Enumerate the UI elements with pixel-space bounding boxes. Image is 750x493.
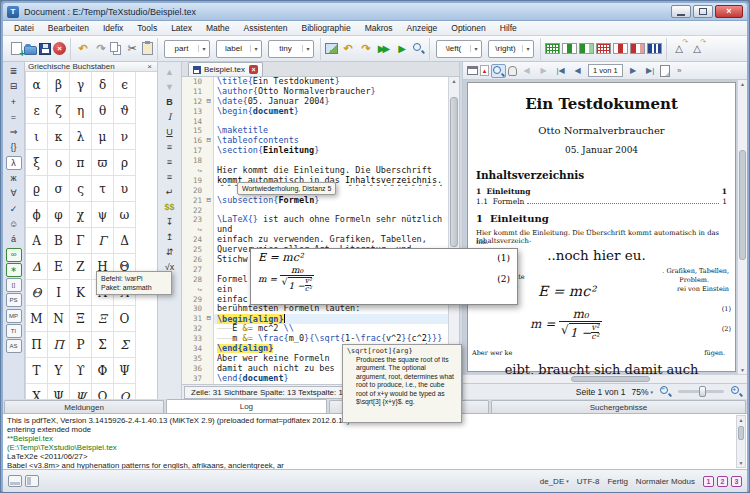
add-column-icon[interactable] — [562, 43, 577, 54]
code-line[interactable]: \date{05. Januar 2004} — [214, 97, 330, 107]
scroll-down-icon[interactable]: ▼ — [161, 80, 179, 93]
pdf-scrollbar[interactable]: ▲ ▼ — [737, 80, 747, 374]
magnifier-tool-icon[interactable] — [491, 64, 506, 78]
detach-preview-icon[interactable] — [467, 66, 478, 75]
code-row[interactable]: 16⊟\tableofcontents — [182, 136, 448, 146]
infinity-symbols-icon[interactable]: ∞ — [6, 248, 22, 262]
undo-icon[interactable]: ↶ — [75, 41, 91, 57]
symbol-cell[interactable]: Z — [70, 254, 92, 280]
align-center-icon[interactable]: ≡ — [161, 155, 179, 168]
symbol-cell[interactable]: Ξ — [92, 306, 114, 332]
symbol-cell[interactable]: λ — [70, 124, 92, 150]
menu-hilfe[interactable]: Hilfe — [493, 22, 524, 34]
code-line[interactable] — [214, 206, 217, 216]
menu-makros[interactable]: Makros — [358, 22, 400, 34]
symbol-cell[interactable]: Ξ — [70, 306, 92, 332]
copy-icon[interactable] — [110, 42, 118, 52]
cyrillic-icon[interactable]: ж — [6, 171, 22, 185]
symbol-cell[interactable]: Σ — [114, 332, 136, 358]
operators-icon[interactable]: + — [6, 95, 22, 109]
underline-icon[interactable]: U — [161, 125, 179, 138]
code-line[interactable]: \maketitle — [214, 126, 268, 136]
symbol-cell[interactable]: φ — [48, 202, 70, 228]
code-row[interactable]: 33———m &= \frac{m_0}{\sqrt{1-\frac{v^2}{… — [182, 334, 448, 344]
page-number-field[interactable]: 1 von 1 — [588, 64, 623, 77]
code-row[interactable]: 21⊟\subsection{Formeln} — [182, 196, 448, 206]
symbol-cell[interactable]: π — [70, 150, 92, 176]
symbol-cell[interactable]: ς — [70, 176, 92, 202]
code-line[interactable]: Aber wer keine Formeln — [214, 354, 330, 364]
brackets-icon[interactable]: [] — [6, 278, 22, 292]
symbol-cell[interactable]: α — [26, 72, 48, 98]
greek-letters-icon[interactable]: λ — [6, 156, 22, 170]
code-line[interactable]: ein — [214, 285, 232, 295]
hand-tool-icon[interactable] — [508, 66, 517, 76]
last-page-icon[interactable]: ▶| — [643, 64, 658, 78]
acrobat-icon[interactable]: ▴ — [480, 65, 489, 76]
code-line[interactable]: Formel — [214, 275, 248, 285]
symbol-cell[interactable]: P — [70, 332, 92, 358]
symbol-cell[interactable]: ϖ — [92, 150, 114, 176]
code-line[interactable]: ———m &= \frac{m_0}{\sqrt{1-\frac{v^2}{c^… — [214, 334, 442, 344]
code-row[interactable]: 22 — [182, 206, 448, 216]
scroll-up-arrow-icon[interactable]: ▲ — [737, 416, 745, 424]
subscript-icon[interactable]: ⇵ — [161, 245, 179, 258]
symbol-cell[interactable]: Φ — [92, 358, 114, 384]
code-row[interactable]: 31⊟\begin{align} — [182, 314, 448, 324]
close-panel-icon[interactable]: × — [145, 62, 154, 71]
scroll-up-arrow-icon[interactable]: ▲ — [449, 77, 459, 86]
scroll-up-icon[interactable]: ▲ — [161, 65, 179, 78]
inline-math-icon[interactable]: $$ — [161, 200, 179, 213]
log-scrollbar[interactable]: ▲ ▼ — [736, 415, 746, 468]
code-row[interactable]: 23\LaTeX{} ist auch ohne Formeln sehr nü… — [182, 215, 448, 225]
code-row[interactable]: 15\maketitle — [182, 126, 448, 136]
symbol-cell[interactable]: θ — [92, 98, 114, 124]
symbol-cell[interactable]: Ψ — [114, 358, 136, 384]
view-icon[interactable]: ▶ — [394, 41, 410, 57]
align-columns-icon[interactable] — [647, 43, 662, 54]
bookmark-1-icon[interactable]: 1 — [703, 476, 714, 487]
symbol-cell[interactable]: ξ — [26, 150, 48, 176]
bold-icon[interactable]: B — [161, 95, 179, 108]
symbol-cell[interactable]: ψ — [92, 202, 114, 228]
mp-symbols-icon[interactable]: MP — [6, 309, 22, 323]
italic-icon[interactable]: I — [161, 110, 179, 123]
language-select[interactable]: de_DE ▾ — [540, 477, 569, 486]
display-math-icon[interactable]: ↧ — [161, 215, 179, 228]
page-setup-icon[interactable] — [660, 65, 670, 77]
ti-symbols-icon[interactable]: TI — [6, 324, 22, 338]
symbol-cell[interactable]: ϱ — [26, 176, 48, 202]
pdf-horizontal-scrollbar[interactable] — [463, 374, 747, 383]
symbol-cell[interactable]: η — [70, 98, 92, 124]
scrollbar-thumb[interactable] — [738, 426, 744, 440]
symbol-cell[interactable]: ϒ — [70, 358, 92, 384]
code-line[interactable]: \section{Einleitung} — [214, 146, 319, 156]
clean-aux-2-icon[interactable]: ↷ — [358, 41, 374, 57]
scrollbar-thumb[interactable] — [571, 376, 651, 382]
symbol-cell[interactable]: τ — [92, 176, 114, 202]
code-line[interactable]: \begin{document} — [214, 107, 299, 117]
code-line[interactable] — [214, 117, 217, 127]
code-row[interactable]: 14 — [182, 117, 448, 127]
code-line[interactable]: \end{document} — [214, 374, 289, 384]
symbol-cell[interactable]: M — [26, 306, 48, 332]
code-line[interactable]: einfac — [214, 295, 248, 305]
pdf-view[interactable]: Ein Testdokument Otto Normalverbraucher … — [463, 80, 747, 374]
redo-icon[interactable]: ↷ — [93, 41, 109, 57]
accents-icon[interactable]: á — [6, 232, 22, 246]
symbol-cell[interactable]: O — [114, 306, 136, 332]
zoom-out-icon[interactable]: − — [659, 385, 672, 398]
symbol-cell[interactable]: Θ — [26, 280, 48, 306]
code-line[interactable] — [214, 265, 217, 275]
code-row[interactable]: 13\begin{document} — [182, 107, 448, 117]
combo-label[interactable]: label▾ — [216, 40, 262, 58]
prev-page-icon[interactable]: ◀ — [570, 64, 585, 78]
fold-marker[interactable]: ⊟ — [204, 314, 214, 324]
clean-aux-icon[interactable]: ↶ — [340, 41, 356, 57]
superscript-icon[interactable]: ↥ — [161, 230, 179, 243]
newline-icon[interactable]: ↵ — [161, 185, 179, 198]
zoom-level-select[interactable]: 75% ▾ — [631, 387, 653, 397]
menu-idefix[interactable]: Idefix — [96, 22, 130, 34]
convert-to-display-math-icon[interactable]: △ — [671, 41, 687, 57]
scroll-up-arrow-icon[interactable]: ▲ — [738, 80, 747, 88]
